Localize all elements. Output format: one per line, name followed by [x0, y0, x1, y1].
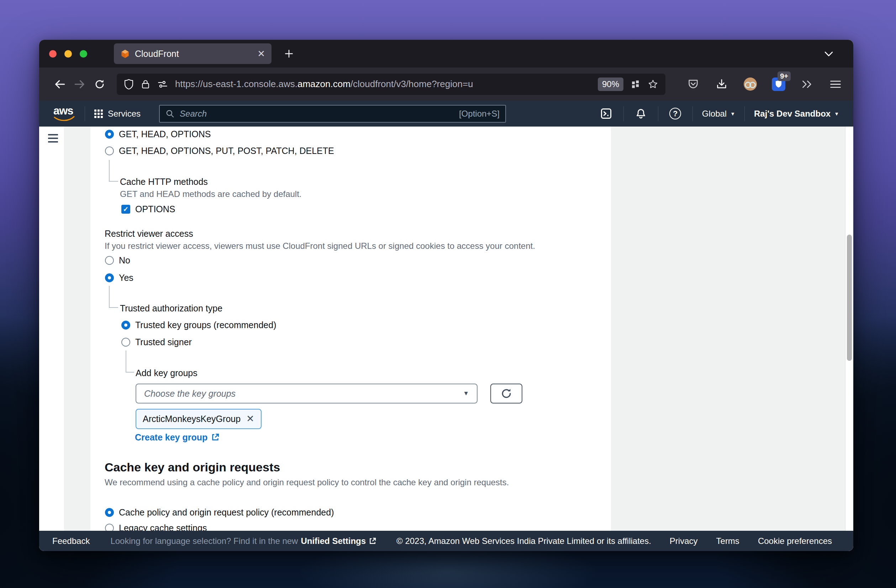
close-window-button[interactable]: [49, 50, 56, 58]
url-domain: amazon.com: [297, 79, 350, 89]
services-label: Services: [108, 109, 140, 119]
radio-label: GET, HEAD, OPTIONS, PUT, POST, PATCH, DE…: [119, 146, 334, 156]
new-tab-button[interactable]: [281, 46, 297, 62]
cache-key-section-title-row: Cache key and origin requests: [105, 459, 280, 475]
permissions-icon[interactable]: [157, 80, 168, 89]
language-notice-text: Looking for language selection? Find it …: [110, 536, 298, 546]
field-description: If you restrict viewer access, viewers m…: [105, 241, 535, 251]
aws-logo[interactable]: aws: [53, 106, 75, 122]
field-label: Add key groups: [136, 368, 198, 378]
search-placeholder: Search: [180, 109, 207, 119]
radio-cache-policy[interactable]: Cache policy and origin request policy (…: [105, 506, 334, 518]
link-label: Create key group: [135, 432, 207, 443]
password-manager-extension-icon[interactable]: 9+: [771, 77, 786, 91]
token-dismiss-icon[interactable]: ✕: [246, 414, 254, 424]
radio-unselected-icon[interactable]: [121, 338, 130, 346]
search-shortcut: [Option+S]: [459, 109, 500, 119]
privacy-link[interactable]: Privacy: [670, 536, 698, 546]
zoom-level-badge[interactable]: 90%: [598, 77, 623, 91]
field-description: GET and HEAD methods are cached by defau…: [120, 189, 302, 199]
scrollbar-thumb[interactable]: [847, 235, 852, 361]
tracking-protection-shield-icon[interactable]: [124, 79, 134, 90]
radio-trusted-key-groups[interactable]: Trusted key groups (recommended): [121, 319, 276, 331]
aws-logo-text: aws: [53, 106, 75, 116]
url-path: /cloudfront/v3/home?region=u: [350, 79, 473, 89]
profile-avatar[interactable]: [743, 77, 757, 91]
overflow-chevrons-icon[interactable]: [800, 77, 814, 91]
add-key-groups-label-row: Add key groups: [136, 367, 198, 379]
radio-selected-icon[interactable]: [105, 508, 114, 517]
help-icon[interactable]: ?: [667, 106, 683, 122]
radio-unselected-icon[interactable]: [105, 146, 114, 155]
radio-selected-icon[interactable]: [105, 130, 114, 139]
pocket-icon[interactable]: [686, 77, 700, 91]
tree-connector-line: [109, 286, 118, 308]
radio-label: GET, HEAD, OPTIONS: [119, 129, 211, 139]
restrict-viewer-access-label-row: Restrict viewer access: [105, 228, 193, 240]
radio-label: Trusted key groups (recommended): [135, 320, 276, 330]
divider: [623, 106, 624, 121]
tab-close-icon[interactable]: ✕: [257, 49, 265, 58]
back-button[interactable]: [50, 74, 70, 94]
account-label: Raj's Dev Sandbox: [754, 109, 830, 119]
radio-restrict-yes[interactable]: Yes: [105, 272, 133, 284]
minimize-window-button[interactable]: [64, 50, 72, 58]
key-groups-select[interactable]: Choose the key groups ▼: [136, 384, 477, 404]
tab-list-chevron-icon[interactable]: [823, 40, 835, 68]
bookmark-star-icon[interactable]: [648, 79, 658, 90]
feedback-link[interactable]: Feedback: [52, 536, 90, 546]
create-key-group-link[interactable]: Create key group: [135, 432, 219, 443]
cache-http-methods-label-row: Cache HTTP methods: [120, 176, 208, 188]
radio-legacy-cache-settings[interactable]: Legacy cache settings: [105, 522, 207, 531]
radio-trusted-signer[interactable]: Trusted signer: [121, 336, 192, 348]
create-key-group-row: Create key group: [135, 431, 219, 443]
radio-allowed-methods-get-head-options[interactable]: GET, HEAD, OPTIONS: [105, 128, 211, 140]
cloudshell-icon[interactable]: [599, 106, 614, 122]
account-menu[interactable]: Raj's Dev Sandbox ▼: [754, 109, 839, 119]
checkbox-checked-icon[interactable]: [121, 205, 130, 214]
footer-right: © 2023, Amazon Web Services India Privat…: [396, 536, 832, 546]
refresh-key-groups-button[interactable]: [490, 384, 523, 404]
radio-label: Yes: [119, 273, 133, 283]
aws-header-right: ? Global ▼ Raj's Dev Sandbox ▼: [599, 106, 839, 122]
radio-label: Legacy cache settings: [119, 523, 207, 531]
section-title: Cache key and origin requests: [105, 460, 280, 474]
key-group-token[interactable]: ArcticMonkeysKeyGroup ✕: [136, 409, 262, 429]
services-menu[interactable]: Services: [94, 109, 140, 119]
region-selector[interactable]: Global ▼: [702, 109, 735, 119]
radio-restrict-no[interactable]: No: [105, 254, 130, 266]
radio-allowed-methods-all[interactable]: GET, HEAD, OPTIONS, PUT, POST, PATCH, DE…: [105, 145, 334, 157]
refresh-icon: [500, 387, 513, 400]
sidenav-hamburger-icon[interactable]: [48, 134, 58, 145]
form-panel: GET, HEAD, OPTIONS GET, HEAD, OPTIONS, P…: [90, 126, 611, 531]
url-text[interactable]: https://us-east-1.console.aws.amazon.com…: [175, 79, 473, 90]
forward-button[interactable]: [70, 74, 90, 94]
external-link-icon: [211, 433, 219, 442]
radio-label: Cache policy and origin request policy (…: [119, 507, 334, 518]
lock-icon[interactable]: [141, 79, 150, 89]
radio-selected-icon[interactable]: [105, 273, 114, 282]
vertical-scrollbar[interactable]: [845, 126, 853, 531]
aws-search-input[interactable]: Search [Option+S]: [159, 105, 506, 123]
downloads-icon[interactable]: [715, 77, 729, 91]
notifications-bell-icon[interactable]: [633, 106, 649, 122]
zoom-window-button[interactable]: [80, 50, 87, 58]
radio-unselected-icon[interactable]: [105, 524, 114, 531]
menu-hamburger-icon[interactable]: [828, 77, 843, 91]
restrict-viewer-access-desc-row: If you restrict viewer access, viewers m…: [105, 240, 535, 252]
radio-unselected-icon[interactable]: [105, 256, 114, 265]
trusted-auth-type-label-row: Trusted authorization type: [120, 302, 222, 314]
side-navigation: [39, 126, 64, 531]
cookie-preferences-link[interactable]: Cookie preferences: [758, 536, 832, 546]
checkbox-label: OPTIONS: [135, 204, 175, 214]
containers-grid-icon[interactable]: [631, 79, 640, 89]
extension-badge-count: 9+: [777, 71, 791, 81]
radio-selected-icon[interactable]: [121, 321, 130, 330]
reload-button[interactable]: [90, 74, 110, 94]
url-bar[interactable]: https://us-east-1.console.aws.amazon.com…: [117, 74, 666, 95]
url-prefix: https://us-east-1.console.aws.: [175, 79, 297, 89]
tab-cloudfront[interactable]: CloudFront ✕: [114, 43, 271, 64]
terms-link[interactable]: Terms: [716, 536, 739, 546]
checkbox-options[interactable]: OPTIONS: [121, 203, 175, 215]
unified-settings-link[interactable]: Unified Settings: [301, 536, 366, 546]
